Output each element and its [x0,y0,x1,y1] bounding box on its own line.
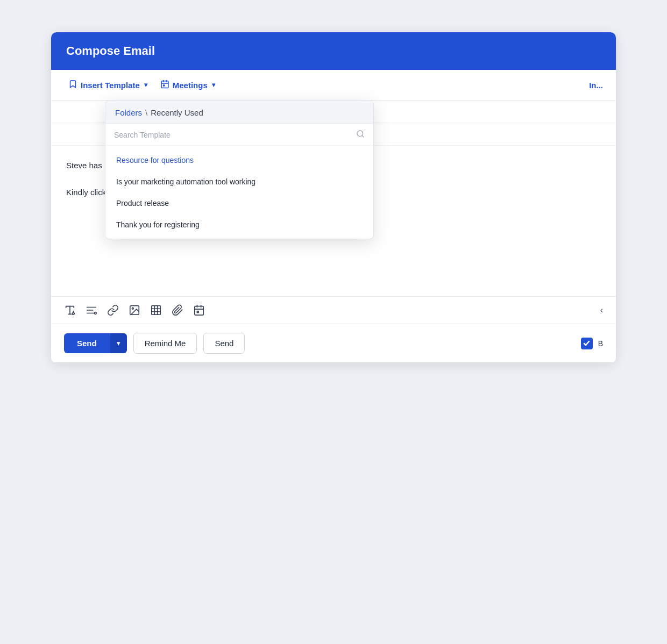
template-item-resource[interactable]: Resource for questions [105,149,373,171]
svg-rect-22 [195,306,204,316]
svg-line-6 [362,135,364,137]
meetings-button[interactable]: Meetings ▾ [156,77,219,92]
compose-header: Compose Email [51,32,616,70]
svg-rect-0 [161,81,168,88]
svg-point-14 [95,312,97,314]
compose-footer: Send ▾ Remind Me Send B [51,324,616,362]
footer-checkbox-label: B [598,339,603,348]
meetings-label: Meetings [173,81,208,90]
search-input[interactable] [114,131,352,139]
send-button-group: Send ▾ [64,333,127,353]
paragraph-icon[interactable] [86,304,97,316]
compose-window: Compose Email Insert Template ▾ [51,32,616,362]
svg-rect-26 [197,311,198,313]
calendar-meetings-icon[interactable] [193,304,205,316]
toolbar: Insert Template ▾ Meetings ▾ In... Folde… [51,70,616,101]
send2-button[interactable]: Send [203,333,245,354]
template-list: Resource for questions Is your marketing… [105,146,373,239]
insert-template-chevron-icon: ▾ [144,81,147,89]
search-icon [356,130,365,140]
insert-template-button[interactable]: Insert Template ▾ [64,77,152,92]
svg-rect-4 [163,85,164,86]
template-item-product-release[interactable]: Product release [105,192,373,214]
insert-in-label: In... [589,81,603,90]
table-icon[interactable] [150,304,162,316]
breadcrumb-current: Recently Used [151,108,203,117]
meetings-chevron-icon: ▾ [212,81,215,89]
send-main-button[interactable]: Send [64,333,110,353]
svg-rect-17 [152,306,161,315]
font-size-icon[interactable] [64,304,76,316]
footer-end: B [581,338,603,349]
insert-template-dropdown: Folders \ Recently Used Resource for que… [105,100,374,239]
svg-point-16 [132,307,133,309]
template-item-thank-you[interactable]: Thank you for registering [105,214,373,235]
remind-me-button[interactable]: Remind Me [133,333,197,354]
attachment-icon[interactable] [172,304,183,316]
image-icon[interactable] [129,304,140,316]
bottom-toolbar: ‹ [51,296,616,324]
insert-template-label: Insert Template [81,81,140,90]
link-icon[interactable] [107,304,119,316]
dropdown-breadcrumb: Folders \ Recently Used [105,101,373,124]
compose-header-title: Compose Email [66,44,601,58]
template-item-marketing[interactable]: Is your marketing automation tool workin… [105,171,373,192]
send-dropdown-button[interactable]: ▾ [110,333,127,353]
toolbar-expand-icon[interactable]: ‹ [600,305,603,315]
template-search-bar [105,124,373,146]
bookmark-icon [68,80,77,90]
breadcrumb-back-button[interactable]: Folders [115,108,142,117]
breadcrumb-separator: \ [145,108,147,117]
footer-checkbox[interactable] [581,338,593,349]
calendar-icon [160,80,169,90]
